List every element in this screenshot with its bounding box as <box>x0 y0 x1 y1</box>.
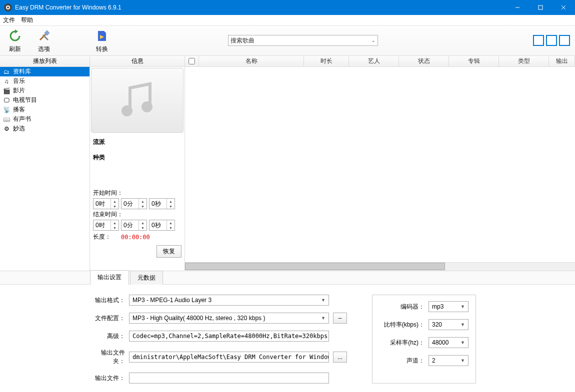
settings-tabs: 输出设置 元数据 <box>0 271 575 285</box>
sidebar-item-library[interactable]: 🗂资料库 <box>0 67 90 76</box>
profile-combo[interactable]: MP3 - High Quality( 48000 Hz, stereo , 3… <box>129 313 329 324</box>
col-name[interactable]: 名称 <box>199 56 304 66</box>
chevron-down-icon: ▼ <box>460 340 465 345</box>
browse-folder-button[interactable]: ... <box>333 352 347 363</box>
length-label: 长度： <box>93 233 111 241</box>
encoder-label: 编码器： <box>380 303 424 311</box>
start-min-spinner[interactable]: ▲▼ <box>121 198 147 209</box>
output-settings-panel: 输出格式： MP3 - MPEG-1 Audio Layer 3▼ 文件配置： … <box>0 285 575 389</box>
sidebar-item-podcast[interactable]: 📡播客 <box>0 105 90 114</box>
advanced-label: 高级： <box>90 332 125 341</box>
profile-label: 文件配置： <box>90 314 125 323</box>
end-sec-spinner[interactable]: ▲▼ <box>149 220 175 231</box>
sidebar-item-music[interactable]: ♫音乐 <box>0 76 90 86</box>
folder-field[interactable]: dministrator\AppleMacSoft\Easy DRM Conve… <box>129 352 329 363</box>
menu-file[interactable]: 文件 <box>3 16 15 24</box>
music-icon: ♫ <box>3 78 10 85</box>
start-time-label: 开始时间： <box>93 189 182 197</box>
chevron-down-icon: ⌄ <box>372 38 376 43</box>
col-artist[interactable]: 艺人 <box>349 56 399 66</box>
options-button[interactable]: 选项 <box>34 28 54 53</box>
chevron-down-icon: ▼ <box>460 304 465 309</box>
menu-help[interactable]: 帮助 <box>21 16 33 24</box>
info-header: 信息 <box>90 56 184 67</box>
minimize-button[interactable] <box>506 0 529 15</box>
start-hour-spinner[interactable]: ▲▼ <box>93 198 119 209</box>
svg-point-11 <box>122 105 132 116</box>
col-status[interactable]: 状态 <box>399 56 449 66</box>
library-icon: 🗂 <box>3 68 10 75</box>
chevron-down-icon: ▼ <box>460 358 465 363</box>
refresh-label: 刷新 <box>9 45 21 53</box>
info-panel: 信息 流派 种类 开始时间： ▲▼ ▲▼ ▲▼ 结束时间： ▲▼ ▲▼ ▲▼ 长… <box>90 56 185 271</box>
end-min-spinner[interactable]: ▲▼ <box>121 220 147 231</box>
channels-combo[interactable]: 2▼ <box>428 355 468 366</box>
col-output[interactable]: 输出 <box>549 56 575 66</box>
close-button[interactable] <box>552 0 575 15</box>
sidebar-item-tv[interactable]: 🖵电视节目 <box>0 95 90 105</box>
tab-output-settings[interactable]: 输出设置 <box>90 270 129 285</box>
view-mode-1[interactable] <box>533 35 544 46</box>
app-icon <box>4 3 12 11</box>
svg-rect-3 <box>538 5 542 9</box>
table-header: 名称 时长 艺人 状态 专辑 类型 输出 <box>185 56 575 67</box>
title-bar: Easy DRM Converter for Windows 6.9.1 <box>0 0 575 15</box>
maximize-button[interactable] <box>529 0 552 15</box>
chevron-down-icon: ▼ <box>321 298 326 303</box>
restore-button[interactable]: 恢复 <box>156 245 182 258</box>
tv-icon: 🖵 <box>3 97 10 104</box>
toolbar: 刷新 选项 转换 搜索歌曲 ⌄ <box>0 26 575 56</box>
refresh-icon <box>7 28 23 44</box>
sidebar-item-movies[interactable]: 🎬影片 <box>0 86 90 95</box>
convert-button[interactable]: 转换 <box>92 28 112 53</box>
tab-metadata[interactable]: 元数据 <box>130 271 163 285</box>
podcast-icon: 📡 <box>3 106 10 113</box>
encoder-box: 编码器：mp3▼ 比特率(kbps)：320▼ 采样率(hz)：48000▼ 声… <box>372 295 476 384</box>
col-duration[interactable]: 时长 <box>304 56 349 66</box>
tools-icon <box>36 28 52 44</box>
end-time-label: 结束时间： <box>93 210 182 219</box>
encoder-combo[interactable]: mp3▼ <box>428 301 468 312</box>
folder-label: 输出文件夹： <box>90 349 125 366</box>
format-combo[interactable]: MP3 - MPEG-1 Audio Layer 3▼ <box>129 295 329 306</box>
col-checkbox[interactable] <box>185 56 199 66</box>
advanced-field[interactable]: Codec=mp3,Channel=2,SampleRate=48000Hz,B… <box>129 331 329 342</box>
view-mode-3[interactable] <box>559 35 570 46</box>
svg-point-1 <box>7 6 9 8</box>
horizontal-scrollbar[interactable] <box>185 262 575 271</box>
convert-icon <box>94 28 110 44</box>
svg-point-12 <box>142 101 152 112</box>
start-sec-spinner[interactable]: ▲▼ <box>149 198 175 209</box>
album-art <box>91 68 184 133</box>
svg-line-9 <box>43 35 48 40</box>
format-label: 输出格式： <box>90 296 125 305</box>
length-value: 00:00:00 <box>121 234 150 241</box>
sidebar-item-genius[interactable]: ⚙妙选 <box>0 124 90 133</box>
gear-icon: ⚙ <box>3 125 10 132</box>
search-combo[interactable]: 搜索歌曲 ⌄ <box>228 35 378 46</box>
window-title: Easy DRM Converter for Windows 6.9.1 <box>15 4 506 11</box>
file-field[interactable] <box>129 373 329 384</box>
search-placeholder: 搜索歌曲 <box>230 36 254 45</box>
samplerate-combo[interactable]: 48000▼ <box>428 337 468 348</box>
col-type[interactable]: 类型 <box>499 56 549 66</box>
convert-label: 转换 <box>96 45 108 53</box>
genre-label: 流派 <box>93 138 182 146</box>
file-label: 输出文件： <box>90 374 125 383</box>
end-hour-spinner[interactable]: ▲▼ <box>93 220 119 231</box>
select-all-checkbox[interactable] <box>188 58 195 64</box>
sidebar: 播放列表 🗂资料库 ♫音乐 🎬影片 🖵电视节目 📡播客 📖有声书 ⚙妙选 <box>0 56 90 271</box>
col-album[interactable]: 专辑 <box>449 56 499 66</box>
refresh-button[interactable]: 刷新 <box>5 28 25 53</box>
options-label: 选项 <box>38 45 50 53</box>
chevron-down-icon: ▼ <box>460 322 465 327</box>
view-mode-2[interactable] <box>546 35 557 46</box>
scrollbar-thumb[interactable] <box>185 263 445 270</box>
sidebar-header: 播放列表 <box>0 56 90 67</box>
channels-label: 声道： <box>380 357 424 365</box>
remove-profile-button[interactable]: – <box>333 313 347 324</box>
chevron-down-icon: ▼ <box>321 316 326 321</box>
sidebar-item-audiobook[interactable]: 📖有声书 <box>0 114 90 124</box>
bitrate-combo[interactable]: 320▼ <box>428 319 468 330</box>
table-body <box>185 67 575 262</box>
